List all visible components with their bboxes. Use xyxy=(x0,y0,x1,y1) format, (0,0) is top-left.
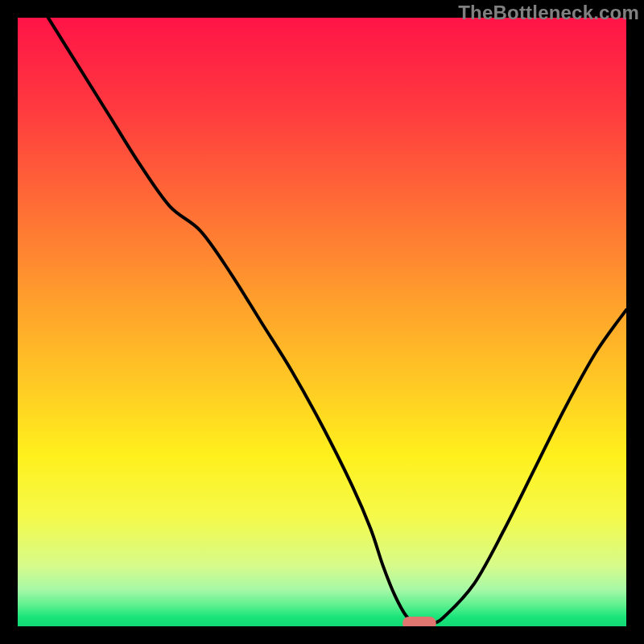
plot-area xyxy=(18,18,626,626)
chart-frame: TheBottleneck.com xyxy=(0,0,644,644)
watermark-text: TheBottleneck.com xyxy=(458,2,639,24)
optimal-marker xyxy=(402,617,436,626)
gradient-background xyxy=(18,18,626,626)
bottleneck-chart xyxy=(18,18,626,626)
